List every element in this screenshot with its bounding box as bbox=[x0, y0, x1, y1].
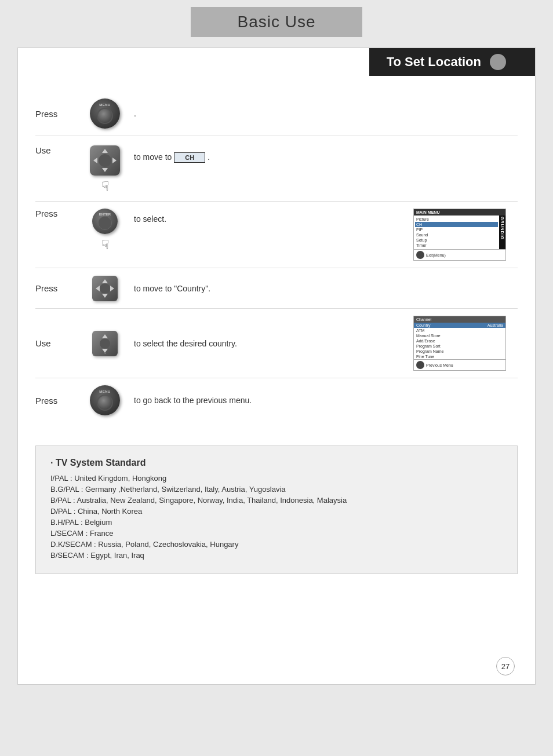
menu-item-picture: Picture bbox=[415, 217, 498, 222]
step-1-label: Press bbox=[35, 109, 82, 119]
ch-row-atm: ATM bbox=[414, 328, 505, 333]
main-menu-header: MAIN MENU bbox=[414, 209, 505, 216]
step-2-row: Use ☟ to move to CH . bbox=[35, 136, 518, 202]
notes-box: · TV System Standard I/PAL : United King… bbox=[35, 445, 518, 574]
menu-item-sound: Sound bbox=[415, 232, 498, 238]
notes-item-6: L/SECAM : France bbox=[50, 529, 503, 538]
menu-item-ch: CH bbox=[415, 222, 498, 227]
step-1-icon: MENU bbox=[82, 98, 128, 129]
main-menu-items: Picture CH PIP Sound Setup Timer bbox=[414, 216, 499, 249]
notes-item-3: B/PAL : Australia, New Zealand, Singapor… bbox=[50, 496, 503, 505]
notes-item-2: B.G/PAL : Germany ,Netherland, Switzerla… bbox=[50, 485, 503, 494]
step-6-icon: MENU bbox=[82, 385, 128, 415]
steps-area: Press MENU . Use ☟ bbox=[18, 80, 535, 434]
banner-circle bbox=[490, 54, 506, 70]
ch-row-program-sort: Program Sort bbox=[414, 344, 505, 349]
step-2-label: Use bbox=[35, 145, 82, 155]
hand-icon-2: ☟ bbox=[101, 238, 109, 253]
channel-menu-screenshot: Channel CountryAustralia ATM Manual Stor… bbox=[413, 316, 518, 371]
ch-row-manual-store: Manual Store bbox=[414, 333, 505, 338]
page-number: 27 bbox=[496, 657, 515, 675]
notes-item-8: B/SECAM : Egypt, Iran, Iraq bbox=[50, 551, 503, 560]
step-5-row: Use ··· to select the desired country. C… bbox=[35, 309, 518, 378]
ch-row-add-erase: Add/Erase bbox=[414, 338, 505, 344]
step-1-row: Press MENU . bbox=[35, 92, 518, 136]
nav-small-button bbox=[92, 276, 118, 301]
channel-menu-rows: CountryAustralia ATM Manual Store Add/Er… bbox=[414, 323, 505, 359]
ch-box: CH bbox=[174, 152, 205, 163]
hand-icon: ☟ bbox=[101, 179, 109, 194]
step-4-row: Press to move to "Country". bbox=[35, 268, 518, 309]
step-6-desc: to go back to the previous menu. bbox=[128, 396, 518, 405]
step-4-label: Press bbox=[35, 283, 82, 293]
main-menu-panel: MAIN MENU Picture CH PIP Sound Setup Tim… bbox=[413, 209, 506, 261]
main-menu-bottom: Exit(Menu) bbox=[414, 249, 505, 260]
page-title: Basic Use bbox=[191, 7, 362, 37]
ok-btn-icon bbox=[416, 251, 424, 259]
menu-item-setup: Setup bbox=[415, 238, 498, 243]
notes-item-1: I/PAL : United Kingdom, Hongkong bbox=[50, 474, 503, 483]
step-2-desc: to move to CH . bbox=[128, 145, 518, 163]
step-4-icon bbox=[82, 276, 128, 301]
nav-cross-button bbox=[90, 145, 120, 176]
main-content: To Set Location Press MENU . Use bbox=[17, 48, 536, 685]
menu-button-2: MENU bbox=[90, 385, 120, 415]
main-menu-body: Picture CH PIP Sound Setup Timer GRUNDIG bbox=[414, 216, 505, 249]
location-banner-title: To Set Location bbox=[387, 54, 481, 70]
brand-grundig: GRUNDIG bbox=[499, 216, 505, 249]
notes-item-7: D.K/SECAM : Russia, Poland, Czechoslovak… bbox=[50, 540, 503, 549]
main-menu-screenshot: MAIN MENU Picture CH PIP Sound Setup Tim… bbox=[413, 209, 518, 261]
step-4-desc: to move to "Country". bbox=[128, 284, 518, 293]
menu-item-timer: Timer bbox=[415, 243, 498, 248]
step-3-icon: ENTER ☟ bbox=[82, 209, 128, 253]
enter-button: ENTER bbox=[92, 209, 118, 234]
ok-btn-icon-2 bbox=[416, 361, 424, 369]
ch-row-program-name: Program Name bbox=[414, 349, 505, 354]
step-1-desc: . bbox=[128, 109, 518, 118]
menu-button: MENU bbox=[90, 98, 120, 129]
menu-item-pip: PIP bbox=[415, 227, 498, 232]
step-3-label: Press bbox=[35, 209, 82, 218]
page-header: Basic Use bbox=[0, 0, 553, 42]
notes-title: · TV System Standard bbox=[50, 458, 503, 468]
notes-item-5: B.H/PAL : Belgium bbox=[50, 518, 503, 527]
step-6-label: Press bbox=[35, 396, 82, 406]
step-5-icon: ··· bbox=[82, 331, 128, 356]
step-2-icon: ☟ bbox=[82, 145, 128, 194]
exit-label: Exit(Menu) bbox=[426, 253, 446, 257]
prev-menu-label: Previous Menu bbox=[426, 363, 453, 367]
step-3-desc: to select. bbox=[128, 209, 408, 224]
ch-row-country: CountryAustralia bbox=[414, 323, 505, 328]
step-6-row: Press MENU to go back to the previous me… bbox=[35, 378, 518, 422]
select-button: ··· bbox=[92, 331, 118, 356]
step-3-row: Press ENTER ☟ to select. MAIN MENU Pictu… bbox=[35, 202, 518, 268]
channel-menu-header: Channel bbox=[414, 316, 505, 323]
step-5-label: Use bbox=[35, 338, 82, 348]
step-5-desc: to select the desired country. bbox=[128, 339, 408, 348]
location-banner: To Set Location bbox=[369, 48, 535, 76]
notes-item-4: D/PAL : China, North Korea bbox=[50, 507, 503, 516]
channel-menu-panel: Channel CountryAustralia ATM Manual Stor… bbox=[413, 316, 506, 371]
ch-row-fine-tune: Fine Tune bbox=[414, 354, 505, 359]
channel-menu-bottom: Previous Menu bbox=[414, 359, 505, 370]
